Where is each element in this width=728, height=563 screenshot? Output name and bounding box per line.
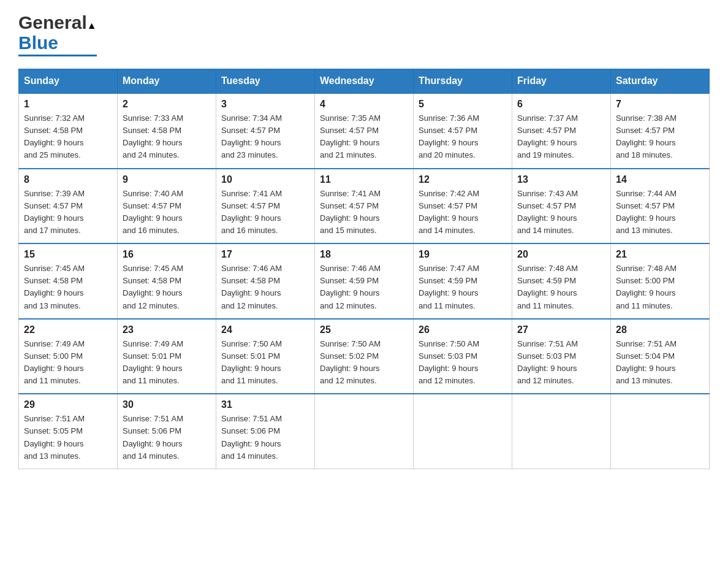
day-info: Sunrise: 7:50 AM Sunset: 5:02 PM Dayligh…: [320, 338, 408, 388]
day-info: Sunrise: 7:51 AM Sunset: 5:05 PM Dayligh…: [24, 413, 112, 462]
day-number: 10: [221, 174, 309, 185]
calendar-day-cell: [315, 394, 414, 469]
day-number: 20: [517, 249, 605, 260]
calendar-day-cell: 19 Sunrise: 7:47 AM Sunset: 4:59 PM Dayl…: [414, 243, 512, 319]
day-number: 31: [221, 399, 309, 410]
calendar-day-cell: 5 Sunrise: 7:36 AM Sunset: 4:57 PM Dayli…: [414, 93, 512, 169]
calendar-day-cell: 7 Sunrise: 7:38 AM Sunset: 4:57 PM Dayli…: [611, 93, 710, 169]
day-info: Sunrise: 7:50 AM Sunset: 5:03 PM Dayligh…: [419, 338, 507, 388]
day-info: Sunrise: 7:49 AM Sunset: 5:01 PM Dayligh…: [123, 338, 211, 388]
calendar-day-cell: 12 Sunrise: 7:42 AM Sunset: 4:57 PM Dayl…: [414, 169, 512, 244]
day-number: 13: [517, 174, 605, 185]
day-number: 15: [24, 249, 112, 260]
col-saturday: Saturday: [611, 69, 710, 94]
calendar-week-row: 1 Sunrise: 7:32 AM Sunset: 4:58 PM Dayli…: [19, 93, 710, 169]
calendar-day-cell: 3 Sunrise: 7:34 AM Sunset: 4:57 PM Dayli…: [216, 93, 315, 169]
calendar-day-cell: 29 Sunrise: 7:51 AM Sunset: 5:05 PM Dayl…: [19, 394, 118, 469]
calendar-day-cell: [611, 394, 710, 469]
day-info: Sunrise: 7:46 AM Sunset: 4:59 PM Dayligh…: [320, 262, 408, 312]
day-number: 11: [320, 174, 408, 185]
calendar-week-row: 8 Sunrise: 7:39 AM Sunset: 4:57 PM Dayli…: [19, 169, 710, 244]
page-header: General▲ Blue: [18, 12, 710, 56]
calendar-day-cell: 10 Sunrise: 7:41 AM Sunset: 4:57 PM Dayl…: [216, 169, 315, 244]
day-number: 30: [123, 399, 211, 410]
day-number: 2: [123, 99, 211, 110]
day-number: 22: [24, 324, 112, 335]
col-wednesday: Wednesday: [315, 69, 414, 94]
calendar-day-cell: 11 Sunrise: 7:41 AM Sunset: 4:57 PM Dayl…: [315, 169, 414, 244]
calendar-day-cell: 13 Sunrise: 7:43 AM Sunset: 4:57 PM Dayl…: [512, 169, 611, 244]
day-info: Sunrise: 7:43 AM Sunset: 4:57 PM Dayligh…: [517, 188, 605, 237]
day-info: Sunrise: 7:44 AM Sunset: 4:57 PM Dayligh…: [616, 188, 704, 237]
col-monday: Monday: [118, 69, 216, 94]
day-info: Sunrise: 7:35 AM Sunset: 4:57 PM Dayligh…: [320, 112, 408, 162]
calendar-day-cell: 6 Sunrise: 7:37 AM Sunset: 4:57 PM Dayli…: [512, 93, 611, 169]
day-number: 18: [320, 249, 408, 260]
day-number: 3: [221, 99, 309, 110]
day-number: 28: [616, 324, 704, 335]
day-info: Sunrise: 7:33 AM Sunset: 4:58 PM Dayligh…: [123, 112, 211, 162]
day-info: Sunrise: 7:45 AM Sunset: 4:58 PM Dayligh…: [123, 262, 211, 312]
calendar-day-cell: 28 Sunrise: 7:51 AM Sunset: 5:04 PM Dayl…: [611, 319, 710, 394]
calendar-day-cell: 4 Sunrise: 7:35 AM Sunset: 4:57 PM Dayli…: [315, 93, 414, 169]
calendar-day-cell: 25 Sunrise: 7:50 AM Sunset: 5:02 PM Dayl…: [315, 319, 414, 394]
day-info: Sunrise: 7:34 AM Sunset: 4:57 PM Dayligh…: [221, 112, 309, 162]
day-info: Sunrise: 7:49 AM Sunset: 5:00 PM Dayligh…: [24, 338, 112, 388]
day-number: 9: [123, 174, 211, 185]
calendar-day-cell: 31 Sunrise: 7:51 AM Sunset: 5:06 PM Dayl…: [216, 394, 315, 469]
day-info: Sunrise: 7:41 AM Sunset: 4:57 PM Dayligh…: [221, 188, 309, 237]
calendar-day-cell: [414, 394, 512, 469]
day-number: 26: [419, 324, 507, 335]
day-info: Sunrise: 7:32 AM Sunset: 4:58 PM Dayligh…: [24, 112, 112, 162]
calendar-table: Sunday Monday Tuesday Wednesday Thursday…: [18, 69, 710, 469]
day-info: Sunrise: 7:41 AM Sunset: 4:57 PM Dayligh…: [320, 188, 408, 237]
calendar-day-cell: 8 Sunrise: 7:39 AM Sunset: 4:57 PM Dayli…: [19, 169, 118, 244]
calendar-day-cell: 22 Sunrise: 7:49 AM Sunset: 5:00 PM Dayl…: [19, 319, 118, 394]
calendar-day-cell: 15 Sunrise: 7:45 AM Sunset: 4:58 PM Dayl…: [19, 243, 118, 319]
day-info: Sunrise: 7:48 AM Sunset: 5:00 PM Dayligh…: [616, 262, 704, 312]
day-number: 21: [616, 249, 704, 260]
day-number: 14: [616, 174, 704, 185]
col-tuesday: Tuesday: [216, 69, 315, 94]
day-info: Sunrise: 7:51 AM Sunset: 5:04 PM Dayligh…: [616, 338, 704, 388]
day-info: Sunrise: 7:51 AM Sunset: 5:06 PM Dayligh…: [221, 413, 309, 462]
calendar-day-cell: 9 Sunrise: 7:40 AM Sunset: 4:57 PM Dayli…: [118, 169, 216, 244]
day-info: Sunrise: 7:39 AM Sunset: 4:57 PM Dayligh…: [24, 188, 112, 237]
calendar-day-cell: 17 Sunrise: 7:46 AM Sunset: 4:58 PM Dayl…: [216, 243, 315, 319]
day-info: Sunrise: 7:38 AM Sunset: 4:57 PM Dayligh…: [616, 112, 704, 162]
day-info: Sunrise: 7:50 AM Sunset: 5:01 PM Dayligh…: [221, 338, 309, 388]
day-number: 16: [123, 249, 211, 260]
calendar-day-cell: 16 Sunrise: 7:45 AM Sunset: 4:58 PM Dayl…: [118, 243, 216, 319]
day-number: 25: [320, 324, 408, 335]
col-thursday: Thursday: [414, 69, 512, 94]
calendar-day-cell: 23 Sunrise: 7:49 AM Sunset: 5:01 PM Dayl…: [118, 319, 216, 394]
day-info: Sunrise: 7:40 AM Sunset: 4:57 PM Dayligh…: [123, 188, 211, 237]
day-info: Sunrise: 7:36 AM Sunset: 4:57 PM Dayligh…: [419, 112, 507, 162]
day-number: 23: [123, 324, 211, 335]
day-number: 19: [419, 249, 507, 260]
day-number: 7: [616, 99, 704, 110]
day-info: Sunrise: 7:47 AM Sunset: 4:59 PM Dayligh…: [419, 262, 507, 312]
day-info: Sunrise: 7:37 AM Sunset: 4:57 PM Dayligh…: [517, 112, 605, 162]
calendar-day-cell: 30 Sunrise: 7:51 AM Sunset: 5:06 PM Dayl…: [118, 394, 216, 469]
col-sunday: Sunday: [19, 69, 118, 94]
day-number: 12: [419, 174, 507, 185]
day-number: 4: [320, 99, 408, 110]
day-number: 17: [221, 249, 309, 260]
day-number: 5: [419, 99, 507, 110]
day-info: Sunrise: 7:51 AM Sunset: 5:06 PM Dayligh…: [123, 413, 211, 462]
calendar-week-row: 29 Sunrise: 7:51 AM Sunset: 5:05 PM Dayl…: [19, 394, 710, 469]
calendar-day-cell: 2 Sunrise: 7:33 AM Sunset: 4:58 PM Dayli…: [118, 93, 216, 169]
calendar-header-row: Sunday Monday Tuesday Wednesday Thursday…: [19, 69, 710, 94]
logo-arrow-icon: ▲: [87, 20, 97, 31]
col-friday: Friday: [512, 69, 611, 94]
day-info: Sunrise: 7:51 AM Sunset: 5:03 PM Dayligh…: [517, 338, 605, 388]
calendar-day-cell: [512, 394, 611, 469]
day-info: Sunrise: 7:42 AM Sunset: 4:57 PM Dayligh…: [419, 188, 507, 237]
day-info: Sunrise: 7:48 AM Sunset: 4:59 PM Dayligh…: [517, 262, 605, 312]
calendar-day-cell: 20 Sunrise: 7:48 AM Sunset: 4:59 PM Dayl…: [512, 243, 611, 319]
day-info: Sunrise: 7:45 AM Sunset: 4:58 PM Dayligh…: [24, 262, 112, 312]
calendar-week-row: 22 Sunrise: 7:49 AM Sunset: 5:00 PM Dayl…: [19, 319, 710, 394]
day-number: 27: [517, 324, 605, 335]
calendar-day-cell: 27 Sunrise: 7:51 AM Sunset: 5:03 PM Dayl…: [512, 319, 611, 394]
